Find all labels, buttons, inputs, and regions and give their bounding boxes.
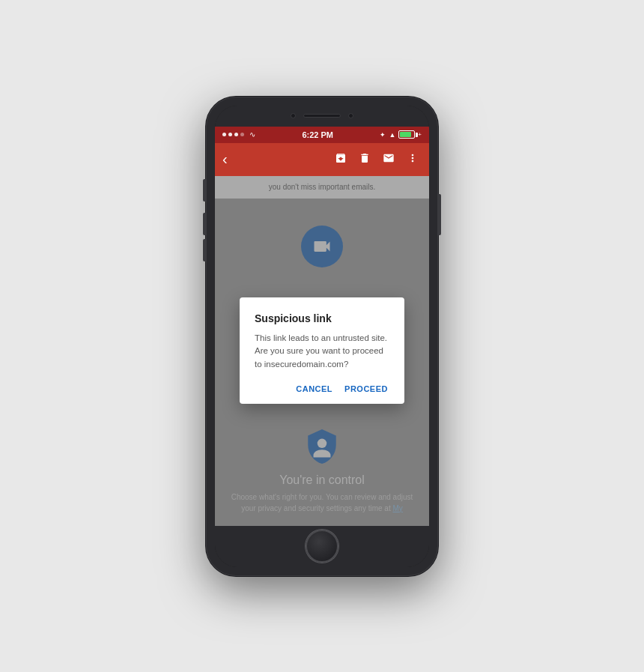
battery-plus: +: [418, 131, 422, 138]
status-bar: ∿ 6:22 PM ✦ ▲ +: [215, 127, 429, 143]
archive-button[interactable]: [332, 149, 350, 170]
dialog-title: Suspicious link: [255, 312, 389, 324]
gmail-toolbar: ‹: [215, 143, 429, 176]
phone-bottom-bar: [215, 526, 429, 567]
more-options-button[interactable]: [404, 149, 422, 170]
screen: ∿ 6:22 PM ✦ ▲ + ‹: [215, 127, 429, 526]
signal-dot-1: [222, 133, 226, 136]
phone-top-bar: [215, 106, 429, 127]
status-right: ✦ ▲ +: [380, 130, 422, 139]
speaker-slot: [303, 114, 341, 118]
dialog-actions: CANCEL PROCEED: [255, 381, 389, 396]
status-left: ∿: [222, 130, 255, 139]
cancel-button[interactable]: CANCEL: [294, 381, 334, 396]
battery-indicator: [398, 130, 415, 139]
home-button[interactable]: [306, 530, 338, 563]
bluetooth-icon: ✦: [380, 131, 386, 139]
phone-screen: ∿ 6:22 PM ✦ ▲ + ‹: [215, 106, 429, 567]
status-time: 6:22 PM: [302, 130, 333, 139]
modal-overlay: Suspicious link This link leads to an un…: [215, 176, 429, 526]
dialog-body: This link leads to an untrusted site. Ar…: [255, 332, 389, 371]
wifi-icon: ∿: [249, 130, 255, 139]
signal-dot-3: [234, 133, 238, 136]
signal-dot-2: [228, 133, 232, 136]
battery-fill: [400, 132, 410, 137]
phone-frame: ∿ 6:22 PM ✦ ▲ + ‹: [206, 97, 438, 576]
suspicious-link-dialog: Suspicious link This link leads to an un…: [240, 297, 404, 404]
sensor-dot: [348, 113, 353, 118]
delete-button[interactable]: [356, 149, 374, 170]
back-button[interactable]: ‹: [222, 151, 228, 168]
camera-dot: [291, 113, 296, 118]
proceed-button[interactable]: PROCEED: [343, 381, 389, 396]
email-button[interactable]: [380, 149, 398, 170]
signal-strength-icon: ▲: [389, 131, 395, 139]
email-content: you don't miss important emails.: [215, 176, 429, 526]
signal-dot-4: [240, 133, 244, 136]
